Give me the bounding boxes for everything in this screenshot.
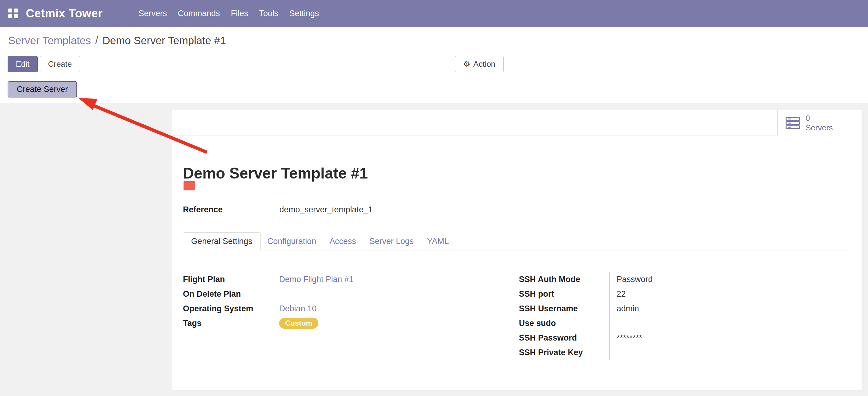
record-title: Demo Server Template #1 [183, 165, 368, 182]
ssh-auth-mode-value: Password [609, 272, 743, 287]
breadcrumb-current: Demo Server Template #1 [102, 34, 226, 47]
servers-stat-label: Servers [806, 123, 833, 133]
menu-item-files[interactable]: Files [225, 0, 253, 27]
create-button[interactable]: Create [40, 56, 80, 72]
ssh-username-value: admin [609, 301, 743, 316]
field-row: Flight Plan Demo Flight Plan #1 [183, 272, 402, 287]
ssh-password-value: ******** [609, 331, 743, 345]
tab-access[interactable]: Access [323, 233, 363, 250]
breadcrumb-separator: / [95, 34, 98, 47]
main-menu: Servers Commands Files Tools Settings [133, 0, 324, 27]
operating-system-label: Operating System [183, 301, 274, 316]
ssh-private-key-value [609, 345, 743, 360]
ssh-port-label: SSH port [519, 287, 609, 301]
field-row: SSH Auth Mode Password [519, 272, 743, 287]
apps-grid-square [14, 14, 18, 18]
field-row: On Delete Plan [183, 287, 402, 301]
flight-plan-value-link[interactable]: Demo Flight Plan #1 [279, 275, 354, 284]
content-background: 0 Servers Demo Server Template #1 Refere… [0, 103, 868, 396]
app-brand[interactable]: Cetmix Tower [26, 7, 102, 20]
tab-yaml[interactable]: YAML [420, 233, 456, 250]
field-row: Operating System Debian 10 [183, 301, 402, 316]
field-row: SSH Password ******** [519, 331, 743, 345]
tab-server-logs[interactable]: Server Logs [363, 233, 421, 250]
create-server-button[interactable]: Create Server [8, 81, 77, 97]
server-template-form-card: 0 Servers Demo Server Template #1 Refere… [172, 110, 862, 391]
breadcrumb: Server Templates / Demo Server Template … [8, 34, 226, 47]
form-buttons: Edit Create [8, 56, 80, 72]
field-row: Tags Custom [183, 316, 402, 331]
edit-button[interactable]: Edit [8, 56, 38, 72]
notebook-tabs: General Settings Configuration Access Se… [183, 232, 851, 250]
field-row: SSH port 22 [519, 287, 743, 301]
ssh-port-value: 22 [609, 287, 743, 301]
reference-label: Reference [183, 202, 274, 218]
breadcrumb-parent-link[interactable]: Server Templates [8, 34, 91, 47]
menu-item-settings[interactable]: Settings [284, 0, 324, 27]
reference-field-row: Reference demo_server_template_1 [183, 202, 432, 218]
tag-custom[interactable]: Custom [279, 318, 318, 329]
ssh-username-label: SSH Username [519, 301, 609, 316]
field-row: SSH Username admin [519, 301, 743, 316]
operating-system-value-link[interactable]: Debian 10 [279, 304, 316, 313]
on-delete-plan-label: On Delete Plan [183, 287, 274, 301]
ssh-password-label: SSH Password [519, 331, 609, 345]
servers-stat-text: 0 Servers [806, 114, 833, 132]
menu-item-commands[interactable]: Commands [172, 0, 225, 27]
apps-grid-square [8, 14, 12, 18]
stat-button-box: 0 Servers [172, 110, 862, 136]
template-color-swatch [184, 181, 195, 190]
servers-stat-value: 0 [806, 114, 833, 123]
field-group-left: Flight Plan Demo Flight Plan #1 On Delet… [183, 272, 402, 331]
field-row: Use sudo [519, 316, 743, 331]
servers-stat-button[interactable]: 0 Servers [777, 110, 862, 136]
servers-icon [785, 117, 800, 129]
menu-item-servers[interactable]: Servers [133, 0, 172, 27]
action-menu-button[interactable]: ⚙ Action [455, 56, 504, 72]
top-navbar: Cetmix Tower Servers Commands Files Tool… [0, 0, 868, 27]
field-group-right: SSH Auth Mode Password SSH port 22 SSH U… [519, 272, 743, 360]
use-sudo-label: Use sudo [519, 316, 609, 331]
ssh-private-key-label: SSH Private Key [519, 345, 609, 360]
use-sudo-value [609, 316, 743, 331]
on-delete-plan-value [274, 287, 402, 301]
ssh-auth-mode-label: SSH Auth Mode [519, 272, 609, 287]
apps-grid-square [8, 8, 12, 12]
tab-general-settings[interactable]: General Settings [183, 232, 260, 250]
flight-plan-label: Flight Plan [183, 272, 274, 287]
field-row: SSH Private Key [519, 345, 743, 360]
apps-grid-square [14, 8, 18, 12]
menu-item-tools[interactable]: Tools [253, 0, 284, 27]
tags-label: Tags [183, 316, 274, 331]
apps-menu-icon[interactable] [8, 8, 19, 19]
gear-icon: ⚙ [463, 59, 470, 69]
tab-configuration[interactable]: Configuration [260, 233, 323, 250]
reference-value: demo_server_template_1 [274, 202, 432, 218]
action-menu-label: Action [473, 59, 495, 69]
